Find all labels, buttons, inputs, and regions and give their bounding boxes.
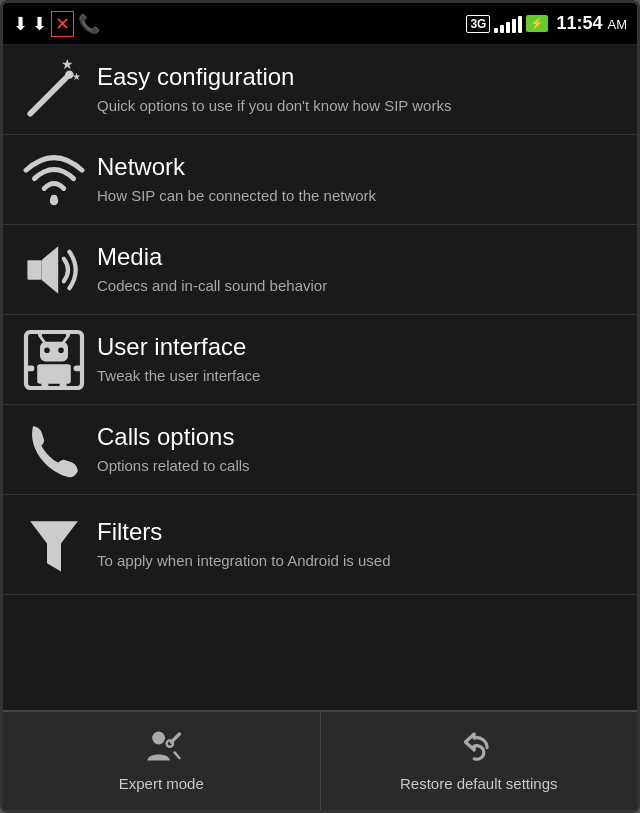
menu-subtitle-user-interface: Tweak the user interface bbox=[97, 366, 621, 386]
svg-line-11 bbox=[64, 336, 68, 342]
svg-point-13 bbox=[44, 347, 50, 353]
menu-item-calls-options[interactable]: Calls options Options related to calls bbox=[3, 405, 637, 495]
menu-title-filters: Filters bbox=[97, 518, 621, 547]
expert-mode-label: Expert mode bbox=[119, 775, 204, 792]
menu-subtitle-easy-config: Quick options to use if you don't know h… bbox=[97, 96, 621, 116]
menu-title-media: Media bbox=[97, 243, 621, 272]
svg-line-0 bbox=[30, 74, 69, 113]
menu-subtitle-calls-options: Options related to calls bbox=[97, 456, 621, 476]
menu-text-calls-options: Calls options Options related to calls bbox=[97, 423, 621, 475]
menu-item-network[interactable]: Network How SIP can be connected to the … bbox=[3, 135, 637, 225]
sound-icon bbox=[19, 240, 89, 300]
bottom-bar: Expert mode Restore default settings bbox=[3, 710, 637, 810]
menu-text-easy-config: Easy configuration Quick options to use … bbox=[97, 63, 621, 115]
status-bar-left: ⬇ ⬇ ✕ 📞 bbox=[13, 11, 100, 37]
phone-frame: ⬇ ⬇ ✕ 📞 3G ⚡ 11:54 AM bbox=[0, 0, 640, 813]
expert-mode-button[interactable]: Expert mode bbox=[3, 712, 321, 810]
wifi-icon bbox=[19, 150, 89, 210]
menu-subtitle-media: Codecs and in-call sound behavior bbox=[97, 276, 621, 296]
restore-icon bbox=[459, 730, 499, 769]
svg-rect-18 bbox=[26, 365, 34, 371]
menu-item-media[interactable]: Media Codecs and in-call sound behavior bbox=[3, 225, 637, 315]
svg-rect-17 bbox=[60, 381, 67, 389]
menu-title-easy-config: Easy configuration bbox=[97, 63, 621, 92]
filter-icon bbox=[19, 515, 89, 575]
menu-text-network: Network How SIP can be connected to the … bbox=[97, 153, 621, 205]
main-content: ★ ★ Easy configuration Quick options to … bbox=[3, 45, 637, 810]
svg-point-14 bbox=[58, 347, 64, 353]
svg-point-4 bbox=[50, 196, 58, 204]
phone-icon bbox=[19, 420, 89, 480]
svg-rect-5 bbox=[27, 260, 41, 280]
menu-subtitle-network: How SIP can be connected to the network bbox=[97, 186, 621, 206]
download1-icon: ⬇ bbox=[13, 13, 28, 35]
menu-title-user-interface: User interface bbox=[97, 333, 621, 362]
menu-text-user-interface: User interface Tweak the user interface bbox=[97, 333, 621, 385]
battery-icon: ⚡ bbox=[526, 15, 548, 32]
svg-point-21 bbox=[152, 732, 165, 745]
menu-text-media: Media Codecs and in-call sound behavior bbox=[97, 243, 621, 295]
signal-bars-icon bbox=[494, 15, 522, 33]
robot-icon bbox=[19, 330, 89, 390]
svg-point-12 bbox=[66, 332, 70, 336]
phone-status-icon: 📞 bbox=[78, 13, 100, 35]
menu-title-calls-options: Calls options bbox=[97, 423, 621, 452]
svg-point-23 bbox=[167, 740, 173, 746]
status-time: 11:54 AM bbox=[556, 13, 627, 34]
svg-rect-15 bbox=[37, 364, 71, 384]
download2-icon: ⬇ bbox=[32, 13, 47, 35]
svg-marker-6 bbox=[41, 246, 58, 294]
svg-text:★: ★ bbox=[72, 71, 81, 82]
menu-item-easy-config[interactable]: ★ ★ Easy configuration Quick options to … bbox=[3, 45, 637, 135]
menu-title-network: Network bbox=[97, 153, 621, 182]
menu-item-filters[interactable]: Filters To apply when integration to And… bbox=[3, 495, 637, 595]
svg-marker-20 bbox=[30, 521, 78, 571]
status-bar: ⬇ ⬇ ✕ 📞 3G ⚡ 11:54 AM bbox=[3, 3, 637, 45]
restore-default-label: Restore default settings bbox=[400, 775, 558, 792]
restore-default-button[interactable]: Restore default settings bbox=[321, 712, 638, 810]
status-bar-right: 3G ⚡ 11:54 AM bbox=[466, 13, 627, 34]
svg-rect-8 bbox=[40, 341, 68, 361]
svg-point-10 bbox=[38, 332, 42, 336]
wand-icon: ★ ★ bbox=[19, 60, 89, 120]
menu-item-user-interface[interactable]: User interface Tweak the user interface bbox=[3, 315, 637, 405]
svg-text:★: ★ bbox=[61, 56, 74, 72]
close-icon: ✕ bbox=[51, 11, 74, 37]
expert-mode-icon bbox=[141, 730, 181, 769]
network-type-icon: 3G bbox=[466, 15, 490, 33]
menu-list: ★ ★ Easy configuration Quick options to … bbox=[3, 45, 637, 710]
svg-line-9 bbox=[40, 336, 44, 342]
menu-subtitle-filters: To apply when integration to Android is … bbox=[97, 551, 621, 571]
menu-text-filters: Filters To apply when integration to And… bbox=[97, 518, 621, 570]
svg-rect-16 bbox=[41, 381, 48, 389]
svg-line-24 bbox=[175, 752, 180, 758]
svg-rect-19 bbox=[74, 365, 82, 371]
